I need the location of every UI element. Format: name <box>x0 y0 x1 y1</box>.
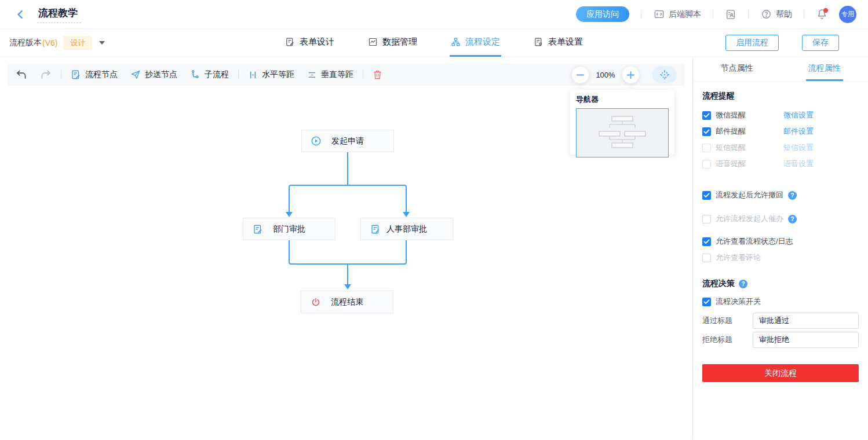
undo-button[interactable] <box>16 69 27 80</box>
horizontal-spacing-label: 水平等距 <box>262 69 294 80</box>
cc-node-tool[interactable]: 抄送节点 <box>130 69 177 80</box>
tab-flow-setting[interactable]: 流程设定 <box>450 29 501 57</box>
help-icon[interactable]: ? <box>788 191 797 200</box>
flow-node-hr-approval[interactable]: 人事部审批 <box>360 218 453 240</box>
pass-title-input[interactable] <box>753 313 859 329</box>
redo-icon <box>40 69 52 80</box>
check-icon <box>703 299 710 305</box>
close-flow-button[interactable]: 关闭流程 <box>702 364 859 382</box>
allow-urge-checkbox[interactable] <box>702 215 711 223</box>
code-icon <box>653 9 665 20</box>
check-icon <box>703 193 710 198</box>
voice-reminder-checkbox[interactable] <box>702 160 711 168</box>
flow-canvas[interactable]: 流程节点 抄送节点 子流程 水平等距 垂直等距 <box>0 57 693 439</box>
redo-button[interactable] <box>40 69 52 80</box>
zoom-out-button[interactable] <box>572 67 589 83</box>
view-comments-row: 允许查看评论 <box>702 250 859 266</box>
flow-node-dept-approval[interactable]: 部门审批 <box>243 218 335 240</box>
reject-title-input[interactable] <box>753 332 859 348</box>
view-status-checkbox[interactable] <box>702 237 711 246</box>
check-icon <box>703 113 710 118</box>
subflow-branch-icon <box>190 69 200 80</box>
subflow-label: 子流程 <box>205 69 229 80</box>
email-settings-link[interactable]: 邮件设置 <box>783 126 814 137</box>
horizontal-spacing-tool[interactable]: 水平等距 <box>248 69 294 80</box>
vertical-spacing-label: 垂直等距 <box>321 69 353 80</box>
play-circle-icon <box>311 135 322 146</box>
help-label: 帮助 <box>776 9 792 20</box>
enable-flow-button[interactable]: 启用流程 <box>725 35 779 51</box>
divider <box>804 10 804 19</box>
canvas-toolbar: 流程节点 抄送节点 子流程 水平等距 垂直等距 <box>8 64 685 86</box>
tab-label: 表单设计 <box>300 36 334 47</box>
help-icon[interactable]: ? <box>788 215 797 223</box>
edit-doc-icon <box>370 223 381 234</box>
avatar[interactable]: 专用 <box>839 6 856 23</box>
reject-title-row: 拒绝标题 <box>702 332 859 348</box>
app-access-button[interactable]: 应用访问 <box>576 6 629 22</box>
subflow-tool[interactable]: 子流程 <box>190 69 229 80</box>
properties-panel: 节点属性 流程属性 流程提醒 微信提醒 微信设置 邮件提醒 邮件设置 <box>693 57 868 439</box>
allow-withdraw-label: 流程发起后允许撤回 <box>716 190 783 200</box>
flow-node-end[interactable]: 流程结束 <box>301 291 393 313</box>
sub-header: 流程版本(V6) 设计 表单设计 数据管理 流程设定 表单设置 启用流程 保存 <box>0 29 868 57</box>
navigator-title: 导航器 <box>576 94 669 105</box>
locate-button[interactable] <box>652 66 677 83</box>
tab-node-properties[interactable]: 节点属性 <box>693 57 781 81</box>
view-status-row: 允许查看流程状态/日志 <box>702 233 859 250</box>
power-icon <box>310 296 321 307</box>
design-badge: 设计 <box>63 36 92 50</box>
allow-urge-row: 允许流程发起人催办 ? <box>702 211 859 227</box>
navigator-minimap[interactable] <box>576 108 669 157</box>
divider <box>238 70 239 79</box>
delete-button[interactable] <box>373 69 382 80</box>
vertical-spacing-tool[interactable]: 垂直等距 <box>307 69 353 80</box>
tab-label: 流程设定 <box>465 36 500 47</box>
member-log-button[interactable] <box>725 9 736 20</box>
version-dropdown-caret[interactable] <box>99 41 105 45</box>
tab-form-settings[interactable]: 表单设置 <box>533 29 584 57</box>
divider <box>641 10 641 19</box>
decision-section-title: 流程决策 ? <box>702 278 859 289</box>
wechat-reminder-row: 微信提醒 微信设置 <box>702 107 859 123</box>
help-button[interactable]: 帮助 <box>760 9 792 20</box>
data-management-icon <box>368 37 378 47</box>
email-reminder-checkbox[interactable] <box>702 127 711 136</box>
page-title: 流程教学 <box>37 5 81 23</box>
divider <box>61 70 61 79</box>
plus-icon <box>626 71 635 79</box>
save-button[interactable]: 保存 <box>802 35 839 51</box>
notifications-button[interactable] <box>816 8 829 21</box>
flow-node-icon <box>71 69 81 80</box>
allow-withdraw-checkbox[interactable] <box>702 191 711 200</box>
view-comments-checkbox[interactable] <box>702 254 711 262</box>
member-log-icon <box>725 9 736 20</box>
zoom-in-button[interactable] <box>622 67 639 83</box>
edit-doc-icon <box>252 223 263 234</box>
wechat-reminder-checkbox[interactable] <box>702 111 711 120</box>
decision-switch-checkbox[interactable] <box>702 298 711 306</box>
backend-script-button[interactable]: 后端脚本 <box>653 9 701 20</box>
tab-form-design[interactable]: 表单设计 <box>284 29 335 57</box>
tab-flow-properties[interactable]: 流程属性 <box>781 57 868 81</box>
chevron-left-icon <box>15 9 25 20</box>
decision-switch-label: 流程决策开关 <box>716 296 761 307</box>
wechat-settings-link[interactable]: 微信设置 <box>783 110 814 120</box>
undo-icon <box>16 69 27 80</box>
voice-settings-link[interactable]: 语音设置 <box>783 159 814 169</box>
flow-node-start[interactable]: 发起申请 <box>301 130 394 152</box>
question-circle-icon <box>760 9 772 20</box>
email-reminder-label: 邮件提醒 <box>716 126 746 137</box>
back-button[interactable] <box>14 8 27 21</box>
tab-data-management[interactable]: 数据管理 <box>367 29 418 57</box>
help-icon[interactable]: ? <box>739 280 747 288</box>
app-header: 流程教学 应用访问 后端脚本 帮助 专用 <box>0 0 868 29</box>
notification-dot <box>823 8 828 13</box>
wechat-reminder-label: 微信提醒 <box>716 110 746 120</box>
flow-node-tool[interactable]: 流程节点 <box>71 69 118 80</box>
divider <box>363 70 363 79</box>
form-settings-icon <box>534 37 544 47</box>
sms-settings-link[interactable]: 短信设置 <box>783 142 814 153</box>
divider <box>748 10 749 19</box>
sms-reminder-checkbox[interactable] <box>702 144 711 152</box>
